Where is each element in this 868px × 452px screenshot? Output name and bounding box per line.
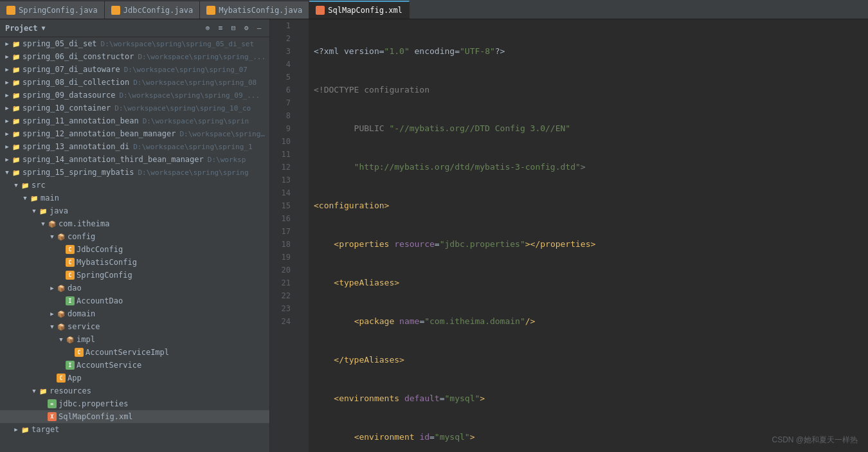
arrow-com-itheima [39, 219, 48, 228]
arrow-dao [48, 284, 57, 293]
project-dropdown-arrow[interactable]: ▼ [42, 24, 46, 32]
arrow-spring11 [3, 116, 12, 125]
line-num-14: 14 [275, 186, 291, 199]
sidebar-item-spring06[interactable]: 📁 spring_06_di_constructor D:\workspace\… [0, 50, 269, 63]
folder-icon-spring10: 📁 [12, 104, 21, 113]
sidebar-item-src[interactable]: 📁 src [0, 179, 269, 192]
sidebar-item-spring11[interactable]: 📁 spring_11_annotation_bean D:\workspace… [0, 114, 269, 127]
package-icon-com-itheima: 📦 [48, 219, 57, 228]
sidebar-item-main[interactable]: 📁 main [0, 192, 269, 204]
tab-spring-config[interactable]: SpringConfig.java [0, 1, 105, 19]
line-num-4: 4 [275, 58, 291, 71]
java-file-icon-app: C [57, 374, 66, 383]
sidebar-item-spring08[interactable]: 📁 spring_08_di_collection D:\workspace\s… [0, 76, 269, 89]
sidebar-item-target[interactable]: 📁 target [0, 423, 269, 436]
folder-icon-spring14: 📁 [12, 155, 21, 164]
sidebar-item-springconfig[interactable]: C SpringConfig [0, 269, 269, 282]
sidebar-item-spring13[interactable]: 📁 spring_13_annotation_di D:\workspace\s… [0, 140, 269, 153]
sidebar-item-accountdao[interactable]: I AccountDao [0, 294, 269, 307]
sidebar-item-accountserviceimpl[interactable]: C AccountServiceImpl [0, 346, 269, 359]
code-area[interactable]: 1 2 3 4 5 6 7 8 9 10 11 12 13 14 15 16 1… [270, 19, 868, 452]
gutter [296, 19, 309, 452]
sidebar-item-spring07[interactable]: 📁 spring_07_di_autoware D:\workspace\spr… [0, 63, 269, 76]
collapse-icon[interactable]: ≡ [215, 23, 226, 33]
sidebar-item-spring09[interactable]: 📁 spring_09_datasource D:\workspace\spri… [0, 89, 269, 102]
locate-icon[interactable]: ⊕ [203, 23, 213, 33]
tab-mybatis-config[interactable]: MybatisConfig.java [200, 1, 309, 19]
line-numbers: 1 2 3 4 5 6 7 8 9 10 11 12 13 14 15 16 1… [270, 19, 296, 452]
tab-jdbc-config[interactable]: JdbcConfig.java [105, 1, 200, 19]
tab-sqlmap-config[interactable]: SqlMapConfig.xml [309, 1, 410, 19]
sidebar-item-jdbc-properties[interactable]: ≡ jdbc.properties [0, 397, 269, 410]
sidebar-item-accountservice[interactable]: I AccountService [0, 359, 269, 372]
package-icon-config: 📦 [57, 232, 66, 241]
xml-icon [316, 6, 325, 15]
code-line-8: <package name="com.itheima.domain"/> [314, 315, 868, 328]
tab-spring-config-label: SpringConfig.java [19, 6, 98, 15]
line-num-6: 6 [275, 84, 291, 96]
expand-icon[interactable]: ⊟ [228, 23, 239, 33]
java-icon-3 [206, 6, 215, 15]
line-num-2: 2 [275, 32, 291, 45]
folder-icon-spring08: 📁 [12, 78, 21, 87]
code-line-5: <configuration> [314, 199, 868, 212]
package-icon-service: 📦 [57, 322, 66, 331]
props-file-icon: ≡ [48, 399, 57, 408]
sidebar-item-sqlmapconfig[interactable]: X SqlMapConfig.xml [0, 410, 269, 423]
folder-icon-target: 📁 [21, 425, 30, 434]
sidebar-item-dao[interactable]: 📦 dao [0, 282, 269, 294]
folder-icon-spring09: 📁 [12, 91, 21, 100]
main-area: Project ▼ ⊕ ≡ ⊟ ⚙ — 📁 spring_05_di_set D… [0, 19, 868, 452]
sidebar-item-jdbcconfig[interactable]: C JdbcConfig [0, 243, 269, 256]
folder-icon-src: 📁 [21, 181, 30, 190]
sidebar-item-app[interactable]: C App [0, 372, 269, 384]
line-num-1: 1 [275, 19, 291, 32]
line-num-19: 19 [275, 251, 291, 264]
folder-icon-spring13: 📁 [12, 142, 21, 151]
code-line-1: <?xml version="1.0" encoding="UTF-8"?> [314, 45, 868, 58]
close-icon[interactable]: — [254, 23, 264, 33]
folder-icon-spring12: 📁 [12, 129, 21, 138]
package-icon-dao: 📦 [57, 284, 66, 293]
line-num-18: 18 [275, 238, 291, 251]
line-num-17: 17 [275, 225, 291, 238]
folder-icon-main: 📁 [30, 194, 39, 203]
arrow-service [48, 322, 57, 331]
java-file-icon-accountserviceimpl: C [75, 348, 84, 357]
folder-icon-spring07: 📁 [12, 65, 21, 74]
sidebar-item-spring14[interactable]: 📁 spring_14_annotation_third_bean_manage… [0, 153, 269, 166]
folder-icon-spring11: 📁 [12, 116, 21, 125]
arrow-spring08 [3, 78, 12, 87]
sidebar-item-com-itheima[interactable]: 📦 com.itheima [0, 217, 269, 230]
code-line-2: <!DOCTYPE configuration [314, 84, 868, 96]
sidebar: Project ▼ ⊕ ≡ ⊟ ⚙ — 📁 spring_05_di_set D… [0, 19, 270, 452]
sidebar-item-spring15[interactable]: 📁 spring_15_spring_mybatis D:\workspace\… [0, 166, 269, 179]
sidebar-item-spring12[interactable]: 📁 spring_12_annotation_bean_manager D:\w… [0, 127, 269, 140]
folder-icon-spring05: 📁 [12, 39, 21, 48]
interface-icon-accountservice: I [66, 361, 75, 370]
sidebar-item-mybatisconfig[interactable]: C MybatisConfig [0, 256, 269, 269]
sidebar-item-spring10[interactable]: 📁 spring_10_container D:\workspace\sprin… [0, 102, 269, 114]
line-num-7: 7 [275, 96, 291, 109]
settings-icon[interactable]: ⚙ [241, 23, 251, 33]
sidebar-item-service[interactable]: 📦 service [0, 320, 269, 333]
sidebar-item-resources[interactable]: 📁 resources [0, 384, 269, 397]
arrow-spring06 [3, 52, 12, 61]
sidebar-header-icons: ⊕ ≡ ⊟ ⚙ — [203, 23, 264, 33]
sidebar-item-domain[interactable]: 📦 domain [0, 307, 269, 320]
arrow-spring10 [3, 104, 12, 113]
code-line-7: <typeAliases> [314, 276, 868, 289]
sidebar-item-config[interactable]: 📦 config [0, 230, 269, 243]
tab-mybatis-config-label: MybatisConfig.java [219, 6, 302, 15]
java-file-icon-mybatisconfig: C [66, 258, 75, 267]
folder-icon-spring06: 📁 [12, 52, 21, 61]
line-num-5: 5 [275, 71, 291, 84]
folder-icon-spring15: 📁 [12, 168, 21, 177]
sidebar-item-impl[interactable]: 📦 impl [0, 333, 269, 346]
arrow-spring12 [3, 129, 12, 138]
code-line-10: <environments default="mysql"> [314, 392, 868, 405]
code-content[interactable]: <?xml version="1.0" encoding="UTF-8"?> <… [309, 19, 868, 452]
arrow-spring15 [3, 168, 12, 177]
sidebar-item-spring05[interactable]: 📁 spring_05_di_set D:\workspace\spring\s… [0, 37, 269, 50]
sidebar-item-java[interactable]: 📁 java [0, 204, 269, 217]
